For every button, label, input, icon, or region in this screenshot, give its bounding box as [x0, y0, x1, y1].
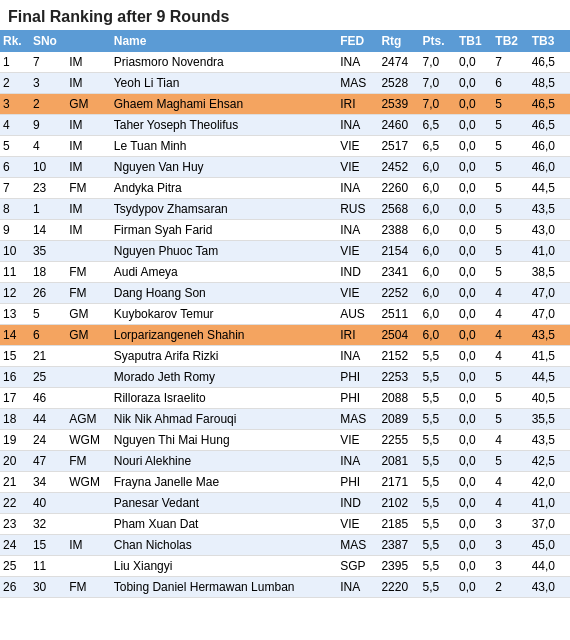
cell-tb1: 0,0 — [456, 346, 492, 367]
cell-tb2: 5 — [492, 199, 528, 220]
cell-rtg: 2252 — [378, 283, 419, 304]
cell-tb2: 4 — [492, 472, 528, 493]
table-row: 54IMLe Tuan MinhVIE25176,50,0546,0 — [0, 136, 570, 157]
table-row: 1226FMDang Hoang SonVIE22526,00,0447,0 — [0, 283, 570, 304]
cell-tb1: 0,0 — [456, 115, 492, 136]
cell-sno: 4 — [30, 136, 66, 157]
cell-tb2: 4 — [492, 325, 528, 346]
cell-title: FM — [66, 262, 110, 283]
cell-sno: 3 — [30, 73, 66, 94]
cell-sno: 11 — [30, 556, 66, 577]
cell-fed: VIE — [337, 136, 378, 157]
cell-rtg: 2260 — [378, 178, 419, 199]
cell-name: Panesar Vedant — [111, 493, 337, 514]
cell-title: IM — [66, 52, 110, 73]
header-tb1: TB1 — [456, 30, 492, 52]
cell-fed: PHI — [337, 472, 378, 493]
cell-sno: 32 — [30, 514, 66, 535]
cell-fed: MAS — [337, 73, 378, 94]
cell-pts: 7,0 — [420, 73, 456, 94]
header-title — [66, 30, 110, 52]
cell-tb2: 5 — [492, 136, 528, 157]
cell-pts: 5,5 — [420, 493, 456, 514]
cell-pts: 6,0 — [420, 199, 456, 220]
cell-tb1: 0,0 — [456, 388, 492, 409]
cell-title: IM — [66, 115, 110, 136]
cell-tb3: 37,0 — [529, 514, 570, 535]
cell-tb3: 43,5 — [529, 199, 570, 220]
cell-rtg: 2452 — [378, 157, 419, 178]
cell-pts: 5,5 — [420, 409, 456, 430]
cell-tb1: 0,0 — [456, 94, 492, 115]
cell-rank: 4 — [0, 115, 30, 136]
cell-rank: 20 — [0, 451, 30, 472]
cell-sno: 14 — [30, 220, 66, 241]
cell-rtg: 2539 — [378, 94, 419, 115]
cell-fed: IRI — [337, 325, 378, 346]
cell-name: Pham Xuan Dat — [111, 514, 337, 535]
table-row: 1035Nguyen Phuoc TamVIE21546,00,0541,0 — [0, 241, 570, 262]
cell-fed: RUS — [337, 199, 378, 220]
table-row: 32GMGhaem Maghami EhsanIRI25397,00,0546,… — [0, 94, 570, 115]
cell-tb1: 0,0 — [456, 325, 492, 346]
cell-tb1: 0,0 — [456, 262, 492, 283]
cell-pts: 6,0 — [420, 220, 456, 241]
cell-sno: 35 — [30, 241, 66, 262]
cell-tb3: 46,0 — [529, 136, 570, 157]
cell-pts: 6,0 — [420, 262, 456, 283]
cell-tb3: 45,0 — [529, 535, 570, 556]
cell-rank: 15 — [0, 346, 30, 367]
cell-tb3: 43,5 — [529, 430, 570, 451]
cell-sno: 25 — [30, 367, 66, 388]
cell-fed: IND — [337, 493, 378, 514]
cell-name: Morado Jeth Romy — [111, 367, 337, 388]
cell-fed: INA — [337, 178, 378, 199]
header-rk: Rk. — [0, 30, 30, 52]
table-row: 1924WGMNguyen Thi Mai HungVIE22555,50,04… — [0, 430, 570, 451]
cell-sno: 44 — [30, 409, 66, 430]
cell-tb2: 3 — [492, 514, 528, 535]
cell-tb1: 0,0 — [456, 577, 492, 598]
cell-rank: 9 — [0, 220, 30, 241]
cell-rank: 19 — [0, 430, 30, 451]
cell-title: FM — [66, 451, 110, 472]
cell-sno: 21 — [30, 346, 66, 367]
cell-rank: 6 — [0, 157, 30, 178]
cell-pts: 6,5 — [420, 115, 456, 136]
cell-pts: 6,0 — [420, 304, 456, 325]
cell-tb1: 0,0 — [456, 241, 492, 262]
cell-tb3: 42,5 — [529, 451, 570, 472]
cell-tb2: 5 — [492, 262, 528, 283]
cell-title — [66, 493, 110, 514]
cell-sno: 10 — [30, 157, 66, 178]
cell-tb3: 46,0 — [529, 157, 570, 178]
cell-pts: 5,5 — [420, 556, 456, 577]
cell-tb2: 4 — [492, 430, 528, 451]
cell-tb2: 5 — [492, 241, 528, 262]
cell-sno: 1 — [30, 199, 66, 220]
cell-tb3: 35,5 — [529, 409, 570, 430]
cell-tb2: 5 — [492, 115, 528, 136]
table-row: 81IMTsydypov ZhamsaranRUS25686,00,0543,5 — [0, 199, 570, 220]
cell-rtg: 2388 — [378, 220, 419, 241]
cell-pts: 7,0 — [420, 52, 456, 73]
cell-tb3: 43,0 — [529, 220, 570, 241]
cell-rtg: 2185 — [378, 514, 419, 535]
cell-tb1: 0,0 — [456, 157, 492, 178]
cell-sno: 2 — [30, 94, 66, 115]
cell-fed: INA — [337, 346, 378, 367]
cell-pts: 5,5 — [420, 430, 456, 451]
cell-tb2: 3 — [492, 535, 528, 556]
cell-rtg: 2517 — [378, 136, 419, 157]
table-row: 2332Pham Xuan DatVIE21855,50,0337,0 — [0, 514, 570, 535]
cell-tb2: 5 — [492, 220, 528, 241]
cell-fed: IRI — [337, 94, 378, 115]
cell-pts: 6,0 — [420, 241, 456, 262]
cell-title: IM — [66, 220, 110, 241]
cell-tb1: 0,0 — [456, 367, 492, 388]
header-tb2: TB2 — [492, 30, 528, 52]
cell-tb2: 5 — [492, 94, 528, 115]
cell-sno: 47 — [30, 451, 66, 472]
cell-tb2: 4 — [492, 304, 528, 325]
cell-tb1: 0,0 — [456, 430, 492, 451]
